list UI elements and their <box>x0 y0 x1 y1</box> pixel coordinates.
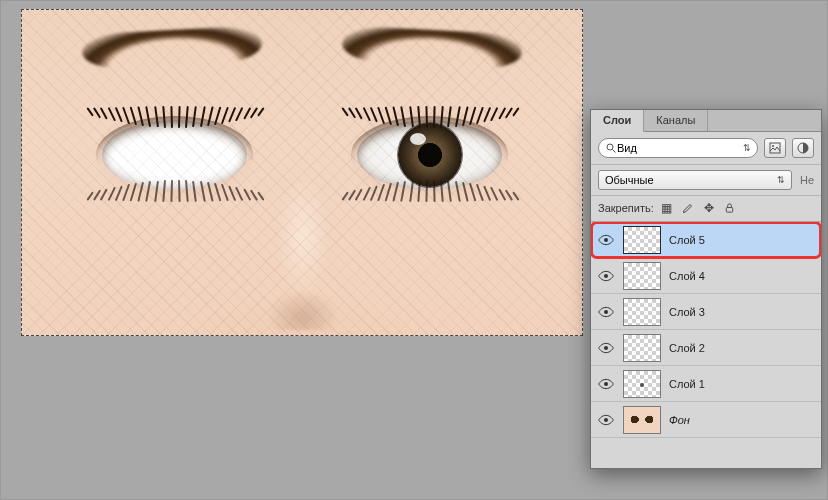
visibility-toggle[interactable] <box>597 231 615 249</box>
visibility-toggle[interactable] <box>597 339 615 357</box>
visibility-toggle[interactable] <box>597 267 615 285</box>
chevron-updown-icon: ⇅ <box>777 175 785 185</box>
layer-filter-kind[interactable]: Вид ⇅ <box>598 138 758 158</box>
opacity-label-fragment: Не <box>800 174 814 186</box>
svg-rect-2 <box>770 143 780 153</box>
layer-filter-row: Вид ⇅ <box>591 132 821 165</box>
layer-thumbnail[interactable] <box>623 262 661 290</box>
eye-icon <box>598 234 614 246</box>
visibility-toggle[interactable] <box>597 411 615 429</box>
filter-adjust-button[interactable] <box>792 138 814 158</box>
visibility-toggle[interactable] <box>597 375 615 393</box>
layers-panel: Слои Каналы Вид ⇅ <box>590 109 822 469</box>
eye-icon <box>598 306 614 318</box>
svg-point-8 <box>604 310 608 314</box>
layer-filter-kind-label: Вид <box>617 142 743 154</box>
layer-name[interactable]: Фон <box>669 414 690 426</box>
eye-icon <box>598 414 614 426</box>
lock-label: Закрепить: <box>598 202 654 214</box>
layer-thumbnail[interactable] <box>623 406 661 434</box>
panel-tabs: Слои Каналы <box>591 110 821 132</box>
layer-name[interactable]: Слой 3 <box>669 306 705 318</box>
layer-row[interactable]: Слой 2 <box>591 330 821 366</box>
canvas-nose <box>260 175 346 330</box>
svg-rect-5 <box>727 208 733 213</box>
lock-icons: ▦ ✥ <box>660 201 737 215</box>
lock-position-icon[interactable]: ✥ <box>702 201 716 215</box>
layer-thumbnail[interactable] <box>623 370 661 398</box>
layer-row[interactable]: Слой 3 <box>591 294 821 330</box>
layer-row[interactable]: Слой 4 <box>591 258 821 294</box>
lock-row: Закрепить: ▦ ✥ <box>591 196 821 222</box>
app-window: Слои Каналы Вид ⇅ <box>0 0 828 500</box>
eye-icon <box>598 270 614 282</box>
lock-transparency-icon[interactable]: ▦ <box>660 201 674 215</box>
layer-thumbnail[interactable] <box>623 334 661 362</box>
layer-row[interactable]: Слой 5 <box>591 222 821 258</box>
svg-point-9 <box>604 346 608 350</box>
search-icon <box>605 142 617 154</box>
svg-point-7 <box>604 274 608 278</box>
svg-line-1 <box>613 150 616 153</box>
lock-all-icon[interactable] <box>723 201 737 215</box>
tab-layers[interactable]: Слои <box>591 110 644 132</box>
eye-icon <box>598 378 614 390</box>
document-canvas[interactable] <box>21 9 583 336</box>
blend-mode-label: Обычные <box>605 174 654 186</box>
blend-row: Обычные ⇅ Не <box>591 165 821 196</box>
eye-icon <box>598 342 614 354</box>
image-icon <box>769 142 781 154</box>
canvas-right-eye <box>357 120 502 190</box>
layer-list[interactable]: Слой 5Слой 4Слой 3Слой 2Слой 1Фон <box>591 222 821 468</box>
layer-name[interactable]: Слой 2 <box>669 342 705 354</box>
tab-channels[interactable]: Каналы <box>644 110 708 131</box>
circle-half-icon <box>797 142 809 154</box>
layer-name[interactable]: Слой 4 <box>669 270 705 282</box>
svg-point-11 <box>604 418 608 422</box>
svg-point-3 <box>772 145 774 147</box>
blend-mode-select[interactable]: Обычные ⇅ <box>598 170 792 190</box>
layer-row[interactable]: Фон <box>591 402 821 438</box>
canvas-right-lashes <box>347 106 512 128</box>
layer-name[interactable]: Слой 1 <box>669 378 705 390</box>
canvas-left-eye <box>102 120 247 190</box>
layer-row[interactable]: Слой 1 <box>591 366 821 402</box>
canvas-left-lashes <box>92 106 257 128</box>
svg-point-0 <box>607 144 613 150</box>
visibility-toggle[interactable] <box>597 303 615 321</box>
lock-pixels-icon[interactable] <box>681 201 695 215</box>
svg-point-6 <box>604 238 608 242</box>
chevron-updown-icon: ⇅ <box>743 143 751 153</box>
filter-pixel-button[interactable] <box>764 138 786 158</box>
layer-name[interactable]: Слой 5 <box>669 234 705 246</box>
workarea: Слои Каналы Вид ⇅ <box>1 1 827 499</box>
layer-thumbnail[interactable] <box>623 298 661 326</box>
svg-point-10 <box>604 382 608 386</box>
layer-thumbnail[interactable] <box>623 226 661 254</box>
